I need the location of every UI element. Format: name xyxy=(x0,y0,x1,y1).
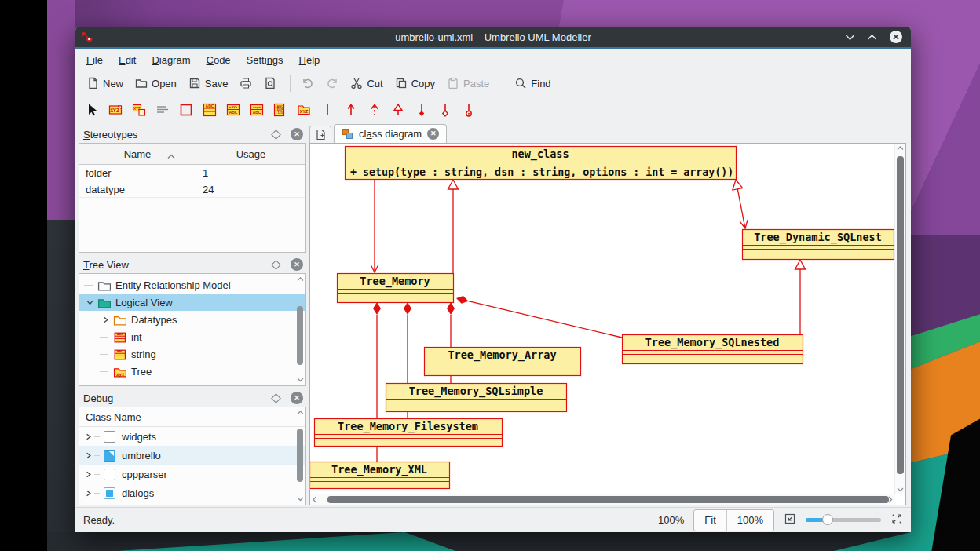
chevron-right-icon[interactable] xyxy=(100,314,112,326)
menu-settings[interactable]: Settings xyxy=(240,51,290,69)
uml-class-Tree_Memory[interactable]: Tree_Memory xyxy=(338,274,454,303)
scroll-left-icon[interactable] xyxy=(310,494,320,505)
uml-class-Tree_Memory_SQLsimple[interactable]: Tree_Memory_SQLsimple xyxy=(386,384,567,412)
debug-scrollbar[interactable] xyxy=(295,408,305,504)
find-button[interactable]: Find xyxy=(510,74,555,93)
class-icon[interactable]: ABC xyxy=(199,100,220,120)
print-preview-button[interactable] xyxy=(259,74,281,93)
close-panel-icon[interactable]: ✕ xyxy=(291,128,303,140)
tree-item-logical-view[interactable]: Logical View xyxy=(79,294,305,311)
close-icon[interactable] xyxy=(889,30,903,44)
uml-class-Tree_Memory_Array[interactable]: Tree_Memory_Array xyxy=(425,348,581,376)
uml-class-new_class[interactable]: new_class+ setup(type : string, dsn : st… xyxy=(346,147,737,180)
tab-class-diagram[interactable]: class diagram ✕ xyxy=(334,124,447,143)
stereotypes-panel-header[interactable]: Stereotypes ✕ xyxy=(79,126,306,143)
debug-item-umbrello[interactable]: umbrello xyxy=(79,446,305,465)
titlebar[interactable]: umbrello-uml.xmi – Umbrello UML Modeller xyxy=(75,27,911,49)
tree-item-entity-relationship-model[interactable]: Entity Relationship Model xyxy=(79,276,305,294)
zoom-fit-page-icon[interactable] xyxy=(784,513,796,527)
menu-file[interactable]: File xyxy=(80,51,109,69)
close-tab-icon[interactable]: ✕ xyxy=(427,128,439,140)
text-icon[interactable] xyxy=(152,100,173,120)
float-panel-icon[interactable] xyxy=(271,393,281,403)
object-icon[interactable]: XYZ xyxy=(105,100,126,120)
stereotype-row[interactable]: folder1 xyxy=(79,165,305,181)
tree-view-panel-header[interactable]: Tree View ✕ xyxy=(79,256,306,273)
scroll-down-icon[interactable] xyxy=(295,375,305,385)
scroll-up-icon[interactable] xyxy=(295,275,305,284)
debug-item-cppparser[interactable]: cppparser xyxy=(79,465,305,483)
chevron-right-icon[interactable] xyxy=(82,450,94,462)
zoom-slider[interactable] xyxy=(806,518,881,522)
chevron-right-icon[interactable] xyxy=(82,487,94,499)
fullscreen-icon[interactable] xyxy=(890,513,903,527)
scroll-down-icon[interactable] xyxy=(895,485,905,494)
zoom-slider-thumb[interactable] xyxy=(822,514,833,525)
float-panel-icon[interactable] xyxy=(271,260,281,270)
debug-item-widgets[interactable]: widgets xyxy=(79,427,305,446)
aggregation-icon[interactable] xyxy=(435,100,455,120)
tree-item-int[interactable]: ABCint xyxy=(79,328,305,345)
print-button[interactable] xyxy=(235,74,257,93)
scrollbar-thumb[interactable] xyxy=(297,306,303,365)
tree-item-string[interactable]: ABCstring xyxy=(79,345,305,363)
composition-icon[interactable] xyxy=(411,100,432,120)
tree-view-scrollbar[interactable] xyxy=(295,275,305,385)
column-header-name[interactable]: Name xyxy=(79,144,196,165)
debug-panel-header[interactable]: Debug ✕ xyxy=(79,389,306,407)
enum-icon[interactable]: - ABC- DEF- 123 xyxy=(270,100,291,120)
scrollbar-thumb[interactable] xyxy=(327,496,889,503)
vertical-scrollbar[interactable] xyxy=(894,144,905,494)
maximize-icon[interactable] xyxy=(867,34,877,41)
scroll-down-icon[interactable] xyxy=(295,494,305,504)
menu-diagram[interactable]: Diagram xyxy=(145,51,196,69)
save-button[interactable]: Save xyxy=(184,74,233,93)
menu-edit[interactable]: Edit xyxy=(112,51,142,69)
chevron-right-icon[interactable] xyxy=(82,431,94,443)
menu-help[interactable]: Help xyxy=(293,51,327,69)
dependency-icon[interactable] xyxy=(364,100,385,120)
uniassociation-icon[interactable] xyxy=(341,100,361,120)
arrow-tool-icon[interactable] xyxy=(82,100,102,120)
association-icon[interactable] xyxy=(317,100,338,120)
uml-class-Tree_Memory_XML[interactable]: Tree_Memory_XML xyxy=(310,462,450,489)
fit-button[interactable]: Fit xyxy=(694,510,726,531)
box-icon[interactable] xyxy=(176,100,196,120)
uml-class-Tree_Memory_Filesystem[interactable]: Tree_Memory_Filesystem xyxy=(315,419,503,447)
horizontal-scrollbar[interactable] xyxy=(310,494,895,505)
checkbox-widgets[interactable] xyxy=(104,431,115,443)
copy-button[interactable]: Copy xyxy=(390,74,440,93)
menu-code[interactable]: Code xyxy=(200,51,237,69)
interface-icon[interactable]: «AY»ABC xyxy=(223,100,243,120)
undo-button[interactable] xyxy=(297,74,319,93)
tree-item-tree[interactable]: xyzTree xyxy=(79,363,305,380)
redo-button[interactable] xyxy=(321,74,343,93)
close-panel-icon[interactable]: ✕ xyxy=(291,392,303,404)
debug-column-header[interactable]: Class Name xyxy=(79,407,305,427)
scrollbar-thumb[interactable] xyxy=(897,156,904,474)
minimize-icon[interactable] xyxy=(845,34,855,41)
open-button[interactable]: Open xyxy=(130,74,181,93)
paste-button[interactable]: Paste xyxy=(442,74,494,93)
float-panel-icon[interactable] xyxy=(271,130,281,140)
containment-icon[interactable] xyxy=(459,100,479,120)
debug-item-dialogs[interactable]: dialogs xyxy=(79,483,305,502)
checkbox-umbrello[interactable] xyxy=(104,450,115,462)
diagram-view[interactable]: new_class+ setup(type : string, dsn : st… xyxy=(309,143,906,505)
package-icon[interactable]: XYZ xyxy=(294,100,314,120)
uml-class-Tree_Dynamic_SQLnest[interactable]: Tree_Dynamic_SQLnest xyxy=(743,230,894,260)
scrollbar-thumb[interactable] xyxy=(297,429,303,482)
chevron-right-icon[interactable] xyxy=(82,469,94,480)
new-tab-button[interactable] xyxy=(309,126,331,143)
scroll-up-icon[interactable] xyxy=(295,408,305,418)
tree-item-datatypes[interactable]: Datatypes xyxy=(79,311,305,328)
uml-class-Tree_Memory_SQLnested[interactable]: Tree_Memory_SQLnested xyxy=(623,335,803,364)
chevron-down-icon[interactable] xyxy=(84,297,96,308)
checkbox-dialogs[interactable] xyxy=(104,487,115,499)
zoom-100-button[interactable]: 100% xyxy=(726,510,773,531)
checkbox-cppparser[interactable] xyxy=(104,469,115,480)
scroll-up-icon[interactable] xyxy=(895,144,905,153)
instance-icon[interactable]: XYZ xyxy=(129,100,149,120)
close-panel-icon[interactable]: ✕ xyxy=(291,258,303,271)
scroll-right-icon[interactable] xyxy=(886,494,895,505)
